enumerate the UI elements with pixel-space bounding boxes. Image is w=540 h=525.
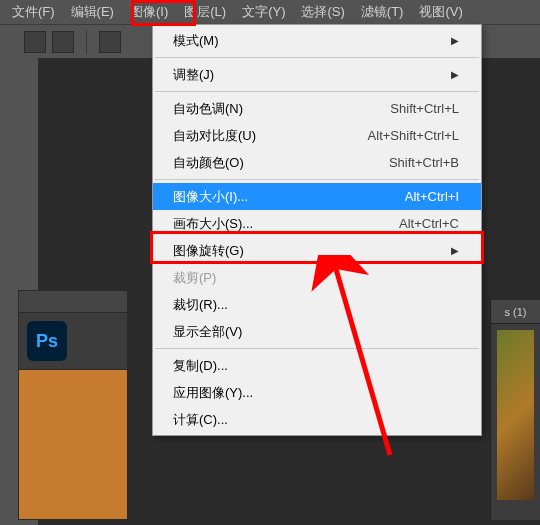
menu-item-label: 计算(C)... (173, 411, 228, 429)
toolbar-separator (86, 30, 87, 54)
menu-item[interactable]: 自动色调(N)Shift+Ctrl+L (153, 95, 481, 122)
menu-item-label: 自动色调(N) (173, 100, 243, 118)
menu-image[interactable]: 图像(I) (122, 1, 176, 23)
document-panel: Ps (18, 290, 128, 520)
menu-filter[interactable]: 滤镜(T) (353, 1, 412, 23)
right-panel: s (1) (490, 300, 540, 520)
menu-view[interactable]: 视图(V) (411, 1, 470, 23)
menu-item-label: 图像旋转(G) (173, 242, 244, 260)
submenu-arrow-icon: ▶ (451, 245, 459, 256)
menu-item[interactable]: 显示全部(V) (153, 318, 481, 345)
menu-item-label: 显示全部(V) (173, 323, 242, 341)
menu-item-label: 自动对比度(U) (173, 127, 256, 145)
menubar: 文件(F) 编辑(E) 图像(I) 图层(L) 文字(Y) 选择(S) 滤镜(T… (0, 0, 540, 24)
menu-item[interactable]: 计算(C)... (153, 406, 481, 433)
menu-item-label: 画布大小(S)... (173, 215, 253, 233)
menu-separator (155, 57, 479, 58)
menu-text[interactable]: 文字(Y) (234, 1, 293, 23)
menu-item-label: 裁剪(P) (173, 269, 216, 287)
menu-item-label: 裁切(R)... (173, 296, 228, 314)
menu-item-shortcut: Shift+Ctrl+L (390, 101, 459, 116)
tool-swatch[interactable] (24, 31, 46, 53)
menu-separator (155, 179, 479, 180)
menu-item-label: 图像大小(I)... (173, 188, 248, 206)
menu-item[interactable]: 模式(M)▶ (153, 27, 481, 54)
menu-item[interactable]: 画布大小(S)...Alt+Ctrl+C (153, 210, 481, 237)
menu-item[interactable]: 调整(J)▶ (153, 61, 481, 88)
panel-header[interactable] (19, 291, 127, 313)
menu-edit[interactable]: 编辑(E) (63, 1, 122, 23)
submenu-arrow-icon: ▶ (451, 35, 459, 46)
menu-item[interactable]: 复制(D)... (153, 352, 481, 379)
menu-item[interactable]: 自动对比度(U)Alt+Shift+Ctrl+L (153, 122, 481, 149)
menu-item[interactable]: 图像大小(I)...Alt+Ctrl+I (153, 183, 481, 210)
tool-swatch[interactable] (99, 31, 121, 53)
menu-item-label: 自动颜色(O) (173, 154, 244, 172)
menu-separator (155, 348, 479, 349)
menu-item-shortcut: Alt+Ctrl+I (405, 189, 459, 204)
ps-logo-icon: Ps (27, 321, 67, 361)
menu-item[interactable]: 裁切(R)... (153, 291, 481, 318)
menu-item-label: 模式(M) (173, 32, 219, 50)
menu-item[interactable]: 应用图像(Y)... (153, 379, 481, 406)
menu-item: 裁剪(P) (153, 264, 481, 291)
menu-item-label: 调整(J) (173, 66, 214, 84)
menu-file[interactable]: 文件(F) (4, 1, 63, 23)
tool-swatch[interactable] (52, 31, 74, 53)
right-panel-tab[interactable]: s (1) (491, 300, 540, 324)
menu-item-shortcut: Shift+Ctrl+B (389, 155, 459, 170)
menu-layer[interactable]: 图层(L) (176, 1, 234, 23)
thumbnail-image (497, 330, 534, 500)
menu-item[interactable]: 图像旋转(G)▶ (153, 237, 481, 264)
menu-item-shortcut: Alt+Ctrl+C (399, 216, 459, 231)
menu-select[interactable]: 选择(S) (293, 1, 352, 23)
menu-item-label: 应用图像(Y)... (173, 384, 253, 402)
menu-item-label: 复制(D)... (173, 357, 228, 375)
menu-separator (155, 91, 479, 92)
submenu-arrow-icon: ▶ (451, 69, 459, 80)
menu-item-shortcut: Alt+Shift+Ctrl+L (368, 128, 459, 143)
panel-body (19, 369, 127, 519)
menu-item[interactable]: 自动颜色(O)Shift+Ctrl+B (153, 149, 481, 176)
image-menu-dropdown: 模式(M)▶调整(J)▶自动色调(N)Shift+Ctrl+L自动对比度(U)A… (152, 24, 482, 436)
